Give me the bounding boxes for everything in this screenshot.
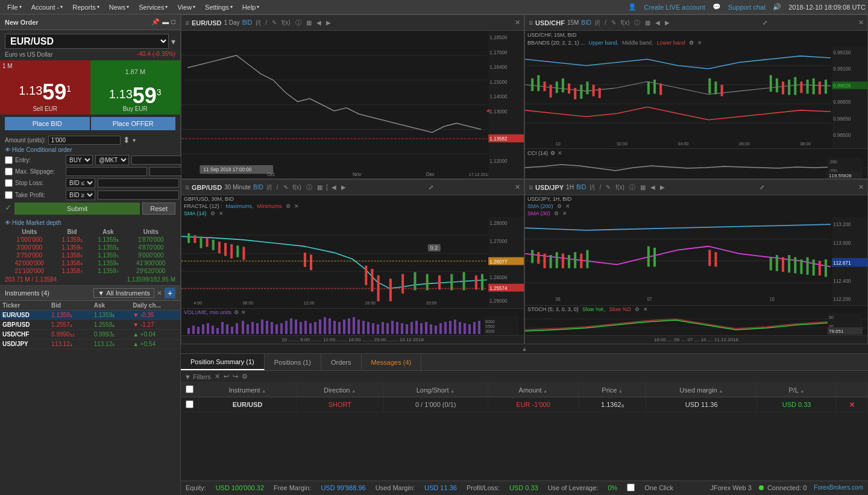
chart-usdchf-info-icon[interactable]: ⓘ (633, 18, 641, 28)
pos-col-instrument[interactable]: Instrument (199, 383, 297, 397)
volume-settings-icon[interactable]: ⚙ (234, 309, 239, 315)
chart-gbpusd-bar-icon[interactable]: ▦ (316, 183, 324, 191)
chart-usdjpy-bar-icon[interactable]: ▦ (639, 183, 647, 191)
chart-gbpusd-bracket-icon[interactable]: [ (326, 184, 328, 191)
menu-view[interactable]: View ▾ (172, 2, 200, 12)
cci-close-icon[interactable]: ✕ (558, 150, 562, 156)
chart-usdchf-indicator1-icon[interactable]: |/| (594, 19, 601, 27)
pos-col-price[interactable]: Price (579, 383, 646, 397)
amount-input[interactable] (48, 136, 121, 145)
market-depth-row[interactable]: 42'000'000 1.1358₈ 1.1359₆ 41'900'000 (5, 259, 175, 267)
filter-undo-icon[interactable]: ↩ (224, 373, 229, 380)
bottom-expand-arrow[interactable]: ▲ (181, 344, 868, 353)
market-depth-row[interactable]: 21'100'000 1.1358₇ 1.1359₇ 29'620'000 (5, 267, 175, 275)
menu-news[interactable]: News ▾ (104, 2, 134, 12)
stop-loss-type-select[interactable]: BID ≤ (66, 178, 95, 188)
pos-row-checkbox[interactable] (181, 397, 199, 412)
instruments-filter-button[interactable]: ▼ All Instruments (93, 288, 154, 298)
chart-gbpusd-line-icon[interactable]: / (275, 183, 280, 191)
chart-gbpusd-info-icon[interactable]: ⓘ (305, 183, 313, 192)
chart-usdchf-expand-icon[interactable]: ⤢ (763, 19, 767, 26)
menu-reports[interactable]: Reports ▾ (68, 2, 104, 12)
chart-gbpusd-close-icon[interactable]: ✕ (515, 183, 520, 191)
chart-usdjpy-fx-icon[interactable]: f(x) (614, 183, 625, 191)
tab-position-summary[interactable]: Position Summary (1) (181, 354, 265, 370)
chart-usdchf-fx-icon[interactable]: f(x) (620, 19, 631, 27)
volume-close-icon[interactable]: ✕ (241, 309, 246, 315)
chart-eurusd-close-icon[interactable]: ✕ (515, 19, 520, 27)
take-profit-type-select[interactable]: BID ≥ (66, 190, 95, 200)
pos-col-amount[interactable]: Amount (488, 383, 579, 397)
chart-usdchf-menu-icon[interactable]: ≡ (529, 19, 533, 27)
chart-gbpusd-next-icon[interactable]: ▶ (340, 183, 347, 191)
sma200-close-icon[interactable]: ✕ (565, 203, 570, 209)
stop-loss-input[interactable] (98, 178, 179, 188)
place-offer-button[interactable]: Place OFFER (91, 117, 176, 130)
tab-orders[interactable]: Orders (321, 354, 362, 370)
amount-spinner[interactable]: ⬍ (123, 135, 130, 145)
chart-eurusd-pencil-icon[interactable]: ✎ (271, 19, 278, 27)
bbands-close-icon[interactable]: ✕ (697, 40, 702, 46)
pos-col-used-margin[interactable]: Used margin (646, 383, 756, 397)
chart-eurusd-next-icon[interactable]: ▶ (325, 19, 332, 27)
instrument-row[interactable]: USD/CHF 0.9990₂₁ 0.9993₂ ▲ +0.04 (0, 330, 180, 339)
pos-col-pl[interactable]: P/L (756, 383, 837, 397)
tab-positions[interactable]: Positions (1) (265, 354, 321, 370)
sma30-close-icon[interactable]: ✕ (562, 210, 567, 216)
chart-gbpusd-prev-icon[interactable]: ◀ (330, 183, 338, 191)
chart-usdjpy-next-icon[interactable]: ▶ (659, 183, 666, 191)
pos-col-longshort[interactable]: Long/Short (383, 383, 488, 397)
row-checkbox[interactable] (186, 400, 193, 408)
submit-button[interactable]: Submit (14, 203, 140, 215)
place-bid-button[interactable]: Place BID (5, 117, 90, 130)
market-depth-row[interactable]: 3'000'000 1.1359₀ 1.1359₄ 4'870'000 (5, 244, 175, 251)
support-chat-link[interactable]: Support chat (728, 4, 766, 11)
chart-gbpusd-menu-icon[interactable]: ≡ (185, 183, 189, 192)
entry-type-select[interactable]: BUY (66, 155, 93, 165)
stoch-close-icon[interactable]: ✕ (643, 306, 648, 312)
chart-gbpusd-expand-icon[interactable]: ⤢ (429, 184, 433, 191)
chart-usdchf-line-icon[interactable]: / (603, 19, 608, 27)
chart-eurusd-line-icon[interactable]: / (264, 19, 268, 27)
filter-clear-icon[interactable]: ✕ (215, 373, 220, 380)
chart-usdjpy-line-icon[interactable]: / (599, 183, 603, 191)
one-click-checkbox[interactable] (627, 484, 635, 491)
sma30-settings-icon[interactable]: ⚙ (554, 210, 559, 216)
filter-settings-icon[interactable]: ⚙ (242, 373, 248, 380)
chart-usdchf-next-icon[interactable]: ▶ (664, 19, 671, 27)
stop-loss-checkbox[interactable] (5, 179, 13, 187)
chart-eurusd-bar-icon[interactable]: ▦ (305, 19, 313, 27)
chart-usdchf-pencil-icon[interactable]: ✎ (610, 19, 617, 27)
entry-at-select[interactable]: @MKT (95, 155, 129, 165)
sma14-close-icon[interactable]: ✕ (219, 210, 224, 216)
bbands-settings-icon[interactable]: ⚙ (689, 40, 694, 46)
entry-checkbox[interactable] (5, 156, 13, 164)
take-profit-input[interactable] (98, 191, 179, 200)
chart-eurusd-prev-icon[interactable]: ◀ (315, 19, 322, 27)
max-slippage-checkbox[interactable] (5, 168, 13, 175)
close-position-icon[interactable]: × (850, 400, 855, 409)
instrument-row[interactable]: USD/JPY 113.12₄ 113.12₈ ▲ +0.54 (0, 339, 180, 349)
chart-gbpusd-fx-icon[interactable]: f(x) (292, 183, 303, 191)
stoch-settings-icon[interactable]: ⚙ (635, 306, 640, 312)
market-depth-row[interactable]: 3'750'000 1.1358₉ 1.1359₅ 9'000'000 (5, 251, 175, 259)
reset-button[interactable]: Reset (142, 203, 175, 215)
minimize-icon[interactable]: ▬ (162, 18, 169, 26)
chart-eurusd-menu-icon[interactable]: ≡ (185, 19, 189, 27)
chart-usdjpy-expand-icon[interactable]: ⤢ (760, 184, 764, 191)
chart-usdjpy-candle-icon[interactable]: |/| (589, 183, 596, 191)
symbol-dropdown[interactable]: EUR/USD (5, 34, 169, 49)
chart-usdjpy-pencil-icon[interactable]: ✎ (605, 183, 612, 191)
chart-usdjpy-prev-icon[interactable]: ◀ (649, 183, 656, 191)
chart-usdjpy-info-icon[interactable]: ⓘ (628, 183, 637, 192)
filter-redo-icon[interactable]: ↪ (233, 373, 238, 380)
fractal-settings-icon[interactable]: ⚙ (286, 203, 291, 209)
sma14-settings-icon[interactable]: ⚙ (210, 210, 215, 216)
chart-gbpusd-candle-icon[interactable]: |/| (266, 183, 273, 191)
menu-settings[interactable]: Settings ▾ (200, 2, 237, 12)
submit-check-icon[interactable]: ✓ (5, 203, 12, 215)
symbol-dropdown-arrow[interactable]: ▾ (171, 37, 175, 46)
instrument-row[interactable]: GBP/USD 1.2557₄ 1.2558₄ ▼ -1.27 (0, 320, 180, 330)
hide-conditional-link[interactable]: 👁 Hide Conditional order (5, 147, 175, 153)
cci-settings-icon[interactable]: ⚙ (550, 150, 555, 156)
